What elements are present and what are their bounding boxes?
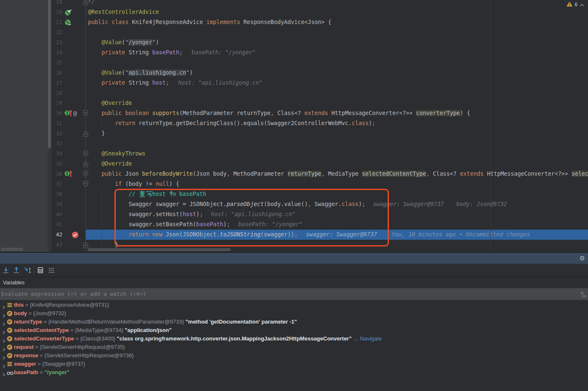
evaluate-expression-icon[interactable] bbox=[37, 267, 44, 274]
code-line[interactable]: 19*/ bbox=[51, 0, 588, 7]
line-number[interactable]: 38 bbox=[51, 189, 62, 199]
line-number[interactable]: 35 bbox=[51, 159, 62, 169]
spring-test-passed-icon[interactable] bbox=[64, 9, 72, 18]
variable-text: this = {Knife4jResponseAdvice@9731} bbox=[14, 301, 109, 309]
code-line[interactable]: 28 bbox=[51, 88, 588, 98]
chevron-right-icon[interactable] bbox=[2, 303, 5, 307]
spring-run-icon[interactable] bbox=[64, 19, 72, 28]
line-number[interactable]: 34 bbox=[51, 149, 62, 159]
code-text: */ bbox=[88, 0, 95, 7]
parameter-icon: P bbox=[7, 327, 13, 333]
code-line[interactable]: 36 public Json beforeBodyWrite(Json body… bbox=[51, 169, 588, 179]
breakpoint-icon[interactable] bbox=[72, 231, 79, 240]
run-to-cursor-icon[interactable] bbox=[24, 267, 31, 274]
variable-row[interactable]: PselectedContentType = {MediaType@9734} … bbox=[0, 326, 588, 335]
line-number[interactable]: 22 bbox=[51, 27, 62, 37]
left-panel-vertical-scrollbar[interactable] bbox=[48, 0, 51, 148]
inspections-widget[interactable]: 6 bbox=[567, 1, 584, 8]
chevron-right-icon[interactable] bbox=[2, 320, 5, 324]
code-line[interactable]: 35 @Override bbox=[51, 159, 588, 169]
line-number[interactable]: 33 bbox=[51, 139, 62, 149]
watch-icon bbox=[7, 370, 13, 375]
inline-debugger-hint: body: Json@9732 bbox=[456, 199, 507, 209]
variable-row[interactable]: this = {Knife4jResponseAdvice@9731} bbox=[0, 301, 588, 309]
line-number[interactable]: 28 bbox=[51, 88, 62, 98]
variable-row[interactable]: Pbody = {Json@9732} bbox=[0, 309, 588, 318]
variable-row[interactable]: basePath = "/yonger" bbox=[0, 368, 588, 377]
parameter-icon: P bbox=[7, 353, 13, 359]
variable-row[interactable]: Presponse = {ServletServerHttpResponse@9… bbox=[0, 351, 588, 360]
code-line[interactable]: 24 private String basePath;basePath: "/y… bbox=[51, 48, 588, 58]
variable-text: body = {Json@9732} bbox=[14, 309, 66, 318]
code-text: public class Knife4jResponseAdvice imple… bbox=[88, 17, 331, 27]
code-line[interactable]: 20@RestControllerAdvice bbox=[51, 7, 588, 17]
overrides-arrow-icon[interactable] bbox=[69, 170, 73, 179]
line-number[interactable]: 24 bbox=[51, 48, 62, 58]
code-text: public Json beforeBodyWrite(Json body, M… bbox=[88, 169, 588, 179]
code-line[interactable]: 27 private String host;host: "api.liushi… bbox=[51, 78, 588, 88]
code-editor[interactable]: 19*/20@RestControllerAdvice21public clas… bbox=[51, 0, 588, 252]
chevron-up-icon[interactable] bbox=[580, 1, 584, 8]
chevron-right-icon[interactable] bbox=[2, 354, 5, 357]
step-into-icon[interactable] bbox=[3, 267, 10, 274]
code-line[interactable]: 32 } bbox=[51, 129, 588, 139]
overrides-arrow-icon[interactable] bbox=[69, 110, 73, 118]
code-line[interactable]: 23 @Value("/yonger") bbox=[51, 37, 588, 48]
code-line[interactable]: 31 return returnType.getDeclaringClass()… bbox=[51, 118, 588, 129]
code-line[interactable]: 25 bbox=[51, 58, 588, 68]
inline-debugger-hint: basePath: "/yonger" bbox=[192, 48, 256, 58]
gear-icon[interactable]: ⚙ bbox=[580, 253, 585, 264]
line-number[interactable]: 29 bbox=[51, 98, 62, 108]
code-line[interactable]: 33 bbox=[51, 139, 588, 149]
line-number[interactable]: 23 bbox=[51, 37, 62, 48]
svg-text:P: P bbox=[8, 336, 11, 341]
add-watch-icon[interactable] bbox=[579, 290, 586, 298]
chevron-right-icon[interactable] bbox=[2, 371, 5, 374]
line-number[interactable]: 42 bbox=[51, 230, 62, 240]
line-number[interactable]: 32 bbox=[51, 129, 62, 139]
line-number[interactable]: 39 bbox=[51, 199, 62, 209]
code-line[interactable]: 26 @Value("api.liushigong.cn") bbox=[51, 68, 588, 78]
svg-text:P: P bbox=[8, 319, 11, 324]
variable-row[interactable]: swagger = {Swagger@9737} bbox=[0, 360, 588, 368]
line-number[interactable]: 26 bbox=[51, 68, 62, 78]
chevron-right-icon[interactable] bbox=[2, 337, 5, 340]
code-line[interactable]: 29 @Override bbox=[51, 98, 588, 108]
step-out-icon[interactable] bbox=[13, 267, 20, 274]
code-text: if (body != null) { bbox=[88, 179, 179, 189]
line-number[interactable]: 19 bbox=[51, 0, 62, 7]
chevron-right-icon[interactable] bbox=[2, 362, 5, 366]
variables-tab[interactable]: Variables bbox=[0, 277, 588, 288]
svg-text:P: P bbox=[8, 311, 11, 316]
line-number[interactable]: 36 bbox=[51, 169, 62, 179]
variable-row[interactable]: Prequest = {ServletServerHttpRequest@973… bbox=[0, 343, 588, 351]
editor-horizontal-scrollbar[interactable] bbox=[88, 248, 231, 251]
debug-toolwindow-header[interactable]: ⚙ bbox=[0, 253, 588, 264]
line-number[interactable]: 31 bbox=[51, 118, 62, 129]
code-line[interactable]: 34 @SneakyThrows bbox=[51, 149, 588, 159]
svg-text:P: P bbox=[8, 353, 11, 358]
navigate-link[interactable]: Navigate bbox=[360, 335, 382, 342]
chevron-right-icon[interactable] bbox=[2, 345, 5, 349]
line-number[interactable]: 30 bbox=[51, 108, 62, 118]
line-number[interactable]: 41 bbox=[51, 220, 62, 230]
line-number[interactable]: 27 bbox=[51, 78, 62, 88]
code-line[interactable]: 37 if (body != null) { bbox=[51, 179, 588, 189]
line-number[interactable]: 21 bbox=[51, 17, 62, 27]
layout-settings-icon[interactable] bbox=[48, 267, 55, 274]
line-number[interactable]: 20 bbox=[51, 7, 62, 17]
indent-guide bbox=[101, 118, 102, 129]
left-panel-horizontal-scrollbar[interactable] bbox=[1, 248, 23, 251]
code-line[interactable]: 30@ public boolean supports(MethodParame… bbox=[51, 108, 588, 118]
variable-row[interactable]: PselectedConverterType = {Class@3400} "c… bbox=[0, 335, 588, 343]
line-number[interactable]: 37 bbox=[51, 179, 62, 189]
evaluate-expression-input[interactable]: Evaluate expression (⏎) or add a watch (… bbox=[0, 288, 588, 300]
line-number[interactable]: 43 bbox=[51, 240, 62, 250]
chevron-right-icon[interactable] bbox=[2, 312, 5, 315]
code-line[interactable]: 21public class Knife4jResponseAdvice imp… bbox=[51, 17, 588, 27]
variable-row[interactable]: PreturnType = {HandlerMethod$ReturnValue… bbox=[0, 318, 588, 326]
line-number[interactable]: 25 bbox=[51, 58, 62, 68]
line-number[interactable]: 40 bbox=[51, 209, 62, 220]
code-line[interactable]: 22 bbox=[51, 27, 588, 37]
chevron-right-icon[interactable] bbox=[2, 329, 5, 332]
